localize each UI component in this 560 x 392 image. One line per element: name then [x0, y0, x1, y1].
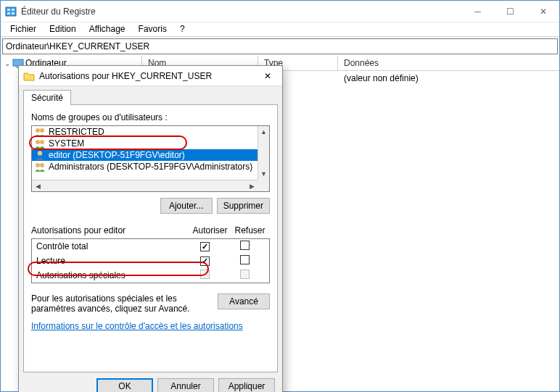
- scroll-thumb[interactable]: [44, 180, 246, 191]
- scroll-right-icon[interactable]: ▶: [246, 180, 258, 191]
- help-link[interactable]: Informations sur le contrôle d'accès et …: [31, 321, 270, 331]
- deny-checkbox[interactable]: [240, 241, 250, 250]
- allow-checkbox[interactable]: [200, 257, 210, 266]
- user-row[interactable]: RESTRICTED: [32, 126, 258, 138]
- scroll-left-icon[interactable]: ◀: [32, 180, 44, 191]
- col-data[interactable]: Données: [338, 56, 559, 70]
- users-listbox[interactable]: RESTRICTED SYSTEM editor (DESKTOP-51F9FG…: [31, 125, 270, 192]
- allow-checkbox-disabled: [200, 270, 210, 279]
- svg-point-8: [40, 128, 44, 133]
- svg-rect-3: [7, 12, 10, 14]
- user-row[interactable]: SYSTEM: [32, 138, 258, 149]
- tab-body: Noms de groupes ou d'utilisateurs : REST…: [23, 104, 278, 372]
- dialog-title: Autorisations pour HKEY_CURRENT_USER: [39, 71, 253, 81]
- user-name: RESTRICTED: [49, 127, 104, 137]
- user-icon: [34, 150, 46, 160]
- group-icon: [34, 138, 46, 149]
- permissions-list: Contrôle total Lecture Autorisations spé…: [31, 238, 270, 283]
- ok-button[interactable]: OK: [96, 378, 153, 392]
- window-title: Éditeur du Registre: [21, 7, 461, 17]
- menu-file[interactable]: Fichier: [4, 22, 42, 36]
- group-icon: [34, 127, 46, 137]
- tabstrip: Sécurité: [19, 86, 282, 104]
- svg-rect-2: [12, 9, 15, 11]
- menu-edit[interactable]: Edition: [44, 22, 82, 36]
- allow-checkbox[interactable]: [200, 242, 210, 251]
- perm-row: Lecture: [32, 254, 269, 268]
- svg-rect-0: [6, 7, 16, 16]
- remove-button[interactable]: Supprimer: [217, 198, 270, 214]
- user-name: editor (DESKTOP-51F9FGV\editor): [49, 150, 185, 160]
- user-row[interactable]: Administrators (DESKTOP-51F9FGV\Administ…: [32, 161, 258, 172]
- svg-point-9: [36, 140, 40, 144]
- user-name: SYSTEM: [49, 138, 84, 149]
- folder-icon: [23, 71, 35, 81]
- close-button[interactable]: ✕: [527, 1, 559, 22]
- perm-row: Autorisations spéciales: [32, 268, 269, 283]
- cancel-button[interactable]: Annuler: [157, 378, 214, 392]
- svg-rect-4: [12, 12, 15, 14]
- scroll-up-icon[interactable]: ▲: [258, 126, 269, 138]
- scroll-down-icon[interactable]: ▼: [258, 168, 269, 180]
- col-allow: Autoriser: [190, 225, 230, 235]
- deny-checkbox[interactable]: [240, 255, 250, 264]
- regedit-icon: [5, 6, 17, 17]
- dialog-close-button[interactable]: ✕: [253, 66, 282, 86]
- advanced-text: Pour les autorisations spéciales et les …: [31, 293, 212, 314]
- scroll-thumb[interactable]: [258, 138, 269, 168]
- col-deny: Refuser: [230, 225, 270, 235]
- add-button[interactable]: Ajouter...: [160, 198, 213, 214]
- dialog-titlebar: Autorisations pour HKEY_CURRENT_USER ✕: [19, 66, 282, 86]
- address-text: Ordinateur\HKEY_CURRENT_USER: [6, 41, 149, 51]
- apply-button[interactable]: Appliquer: [218, 378, 275, 392]
- deny-checkbox-disabled: [240, 270, 250, 279]
- group-icon: [34, 162, 46, 172]
- expand-icon[interactable]: ⌄: [4, 59, 11, 67]
- menu-view[interactable]: Affichage: [83, 22, 131, 36]
- svg-point-13: [40, 163, 44, 167]
- svg-point-7: [36, 128, 40, 133]
- svg-point-10: [40, 140, 44, 144]
- perm-row: Contrôle total: [32, 239, 269, 254]
- menu-favorites[interactable]: Favoris: [133, 22, 173, 36]
- perm-name: Contrôle total: [36, 241, 185, 251]
- svg-point-12: [36, 163, 40, 167]
- permissions-dialog: Autorisations pour HKEY_CURRENT_USER ✕ S…: [18, 65, 283, 392]
- titlebar: Éditeur du Registre ─ ☐ ✕: [1, 1, 559, 22]
- horizontal-scrollbar[interactable]: ◀ ▶: [32, 180, 258, 191]
- perm-for-label: Autorisations pour editor: [31, 225, 190, 235]
- scroll-corner: [258, 180, 269, 191]
- advanced-button[interactable]: Avancé: [218, 293, 270, 309]
- perm-name: Autorisations spéciales: [36, 270, 185, 280]
- user-name: Administrators (DESKTOP-51F9FGV\Administ…: [49, 162, 252, 172]
- tab-security[interactable]: Sécurité: [23, 90, 71, 105]
- vertical-scrollbar[interactable]: ▲ ▼: [258, 126, 269, 180]
- groups-label: Noms de groupes ou d'utilisateurs :: [31, 112, 270, 122]
- default-value: (valeur non définie): [344, 73, 553, 83]
- svg-point-11: [38, 151, 42, 155]
- perm-name: Lecture: [36, 256, 185, 266]
- maximize-button[interactable]: ☐: [494, 1, 527, 22]
- minimize-button[interactable]: ─: [461, 1, 494, 22]
- user-row-selected[interactable]: editor (DESKTOP-51F9FGV\editor): [32, 149, 258, 161]
- address-bar[interactable]: Ordinateur\HKEY_CURRENT_USER: [2, 38, 558, 54]
- menu-help[interactable]: ?: [174, 22, 191, 36]
- menubar: Fichier Edition Affichage Favoris ?: [1, 22, 559, 37]
- svg-rect-1: [7, 9, 10, 11]
